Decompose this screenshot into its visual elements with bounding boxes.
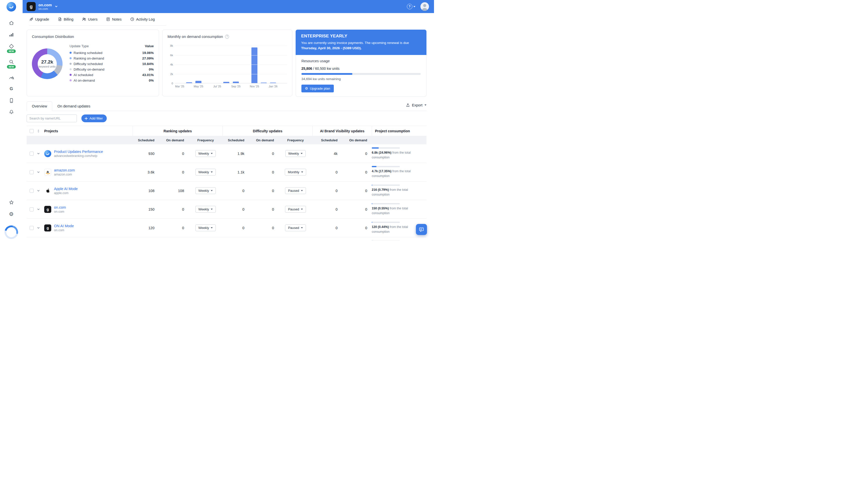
difficulty-scheduled-value: 0 (222, 207, 249, 212)
ai-scheduled-value: 0 (312, 170, 342, 174)
difficulty-frequency-select[interactable]: Weekly (285, 150, 306, 157)
row-expander[interactable] (37, 207, 44, 211)
chevron-down-icon (301, 171, 303, 173)
sidebar-item-mobile[interactable] (8, 97, 14, 103)
consumption-track (372, 147, 400, 149)
document-icon (58, 17, 62, 21)
x-tick-label: Mar '25 (175, 85, 184, 88)
ranking-frequency-select[interactable]: Weekly (195, 169, 216, 175)
add-filter-button[interactable]: Add filter (82, 115, 107, 122)
row-expander[interactable] (37, 189, 44, 193)
project-name-link[interactable]: Apple AI Mode (54, 187, 78, 191)
ai-scheduled-value: 4k (312, 152, 342, 156)
usage-remaining: 34,694 kw units remaining (301, 77, 421, 81)
project-meta: amazon.com amazon.com (54, 168, 75, 176)
sidebar-item-google[interactable]: G (8, 86, 14, 92)
ai-ondemand-value: 0 (342, 170, 372, 174)
nav-label: Billing (64, 17, 73, 21)
star-icon (9, 200, 14, 205)
sidebar-item-favorites[interactable] (8, 199, 14, 205)
select-all-checkbox[interactable] (30, 129, 34, 133)
row-expander[interactable] (37, 170, 44, 174)
bar (195, 81, 202, 83)
upgrade-plan-label: Upgrade plan (310, 87, 330, 90)
legend-label: Difficulty scheduled (73, 62, 103, 66)
tab-overview[interactable]: Overview (27, 101, 52, 111)
nav-item-billing[interactable]: Billing (58, 17, 73, 21)
ranking-ondemand-value: 108 (159, 189, 189, 193)
sidebar-item-search[interactable]: NEW (8, 59, 14, 65)
help-icon[interactable]: ? (225, 35, 229, 39)
difficulty-frequency-select[interactable]: Paused (285, 206, 306, 213)
nav-item-notes[interactable]: Notes (106, 17, 122, 21)
ranking-ondemand-value: 0 (159, 226, 189, 230)
legend-value: 19.06% (142, 51, 154, 55)
ranking-frequency-select[interactable]: Weekly (195, 206, 216, 213)
legend-value: 10.84% (142, 62, 154, 66)
avatar[interactable] (421, 2, 429, 11)
ranking-frequency-select[interactable]: Weekly (195, 150, 216, 157)
group-project-consumption: Project consumption (372, 126, 427, 136)
row-checkbox[interactable] (30, 226, 34, 230)
nav-item-activity-log[interactable]: Activity Log (130, 17, 155, 21)
top-bar: g on.com on.com ? (23, 0, 434, 13)
nav-item-users[interactable]: Users (82, 17, 97, 21)
sidebar-item-notifications[interactable] (8, 109, 14, 115)
chevron-down-icon (413, 6, 415, 7)
project-name-link[interactable]: ON AI Mode (54, 224, 74, 228)
usage-progress-track (301, 73, 421, 75)
difficulty-frequency-select[interactable]: Paused (285, 187, 306, 194)
row-checkbox[interactable] (30, 189, 34, 193)
app-logo-icon[interactable] (6, 2, 16, 11)
consumption-track (372, 203, 400, 204)
project-name-link[interactable]: amazon.com (54, 168, 75, 172)
search-icon (9, 59, 14, 65)
project-name-link[interactable]: on.com (54, 205, 66, 210)
row-checkbox[interactable] (30, 170, 34, 174)
help-menu[interactable]: ? (407, 4, 415, 9)
sidebar-bottom: ⚙ (4, 199, 18, 239)
sidebar-item-home[interactable] (8, 20, 14, 26)
legend-value: 0% (149, 78, 154, 82)
subheader-ranking-ondemand: On demand (159, 138, 189, 142)
sidebar-item-settings[interactable]: ⚙ (8, 211, 14, 217)
ranking-scheduled-value: 120 (133, 226, 159, 230)
frequency-label: Weekly (198, 226, 209, 230)
sort-toggle[interactable] (37, 129, 44, 133)
consumption-text: 120 (0.44%) from the total consumption (372, 225, 411, 234)
difficulty-ondemand-value: 0 (249, 207, 279, 212)
difficulty-frequency-cell: Weekly (279, 150, 312, 157)
legend-row: Difficulty on-demand0% (69, 67, 154, 72)
tab-on-demand-updates[interactable]: On demand updates (52, 102, 95, 111)
row-checkbox[interactable] (30, 152, 34, 156)
chevron-down-icon (301, 153, 303, 154)
difficulty-frequency-select[interactable]: Paused (285, 224, 306, 231)
table-row: a amazon.com amazon.com 3.6k 0 Weekly 1.… (27, 163, 427, 182)
sidebar-item-analytics[interactable] (8, 74, 14, 80)
row-expander[interactable] (37, 152, 44, 155)
gear-icon: ⚙ (9, 212, 14, 217)
chat-fab-button[interactable] (416, 224, 427, 235)
group-projects: Projects (44, 129, 133, 133)
x-tick-label: Jul '25 (213, 85, 222, 88)
table-body: Product Updates Performance advancedwebr… (27, 145, 427, 241)
y-tick-label: 6k (170, 54, 173, 57)
account-switcher[interactable]: g on.com on.com (27, 2, 58, 11)
subheader-ai-scheduled: Scheduled (312, 138, 342, 142)
ranking-frequency-select[interactable]: Weekly (195, 187, 216, 194)
ai-scheduled-value: 0 (312, 189, 342, 193)
project-name-link[interactable]: Product Updates Performance (54, 150, 103, 154)
row-expander[interactable] (37, 226, 44, 230)
x-tick-label: Sep '25 (231, 85, 241, 88)
ranking-frequency-select[interactable]: Weekly (195, 224, 216, 231)
export-button[interactable]: Export (406, 103, 427, 108)
project-favicon: g (44, 224, 51, 231)
difficulty-frequency-select[interactable]: Monthly (285, 169, 306, 175)
row-checkbox[interactable] (30, 207, 34, 212)
sidebar: NEW NEW G ⚙ (0, 0, 23, 241)
nav-item-upgrade[interactable]: Upgrade (29, 17, 49, 21)
search-input[interactable] (27, 115, 77, 122)
sidebar-item-ai-visibility[interactable]: NEW (8, 43, 14, 49)
sidebar-item-rankings[interactable] (8, 32, 14, 38)
upgrade-plan-button[interactable]: ⚙ Upgrade plan (301, 85, 334, 92)
